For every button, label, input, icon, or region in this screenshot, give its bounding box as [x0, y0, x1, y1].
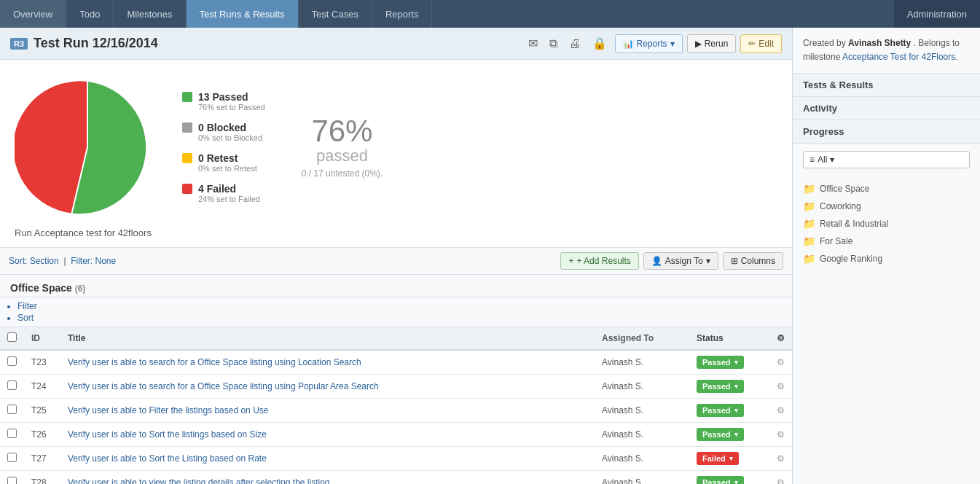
row-title-link-0[interactable]: Verify user is able to search for a Offi…	[68, 357, 361, 367]
passed-sub: 76% set to Passed	[198, 103, 265, 112]
reports-button[interactable]: 📊 Reports ▾	[615, 34, 683, 53]
row-title-link-5[interactable]: Verify user is able to view the listing …	[68, 477, 330, 484]
row-title-4: Verify user is able to Sort the Listing …	[60, 447, 595, 471]
row-title-link-1[interactable]: Verify user is able to search for a Offi…	[68, 381, 379, 391]
sidebar-progress[interactable]: Progress	[793, 120, 980, 144]
table-row: T23 Verify user is able to search for a …	[0, 350, 792, 375]
milestone-link[interactable]: Acceptance Test for 42Floors	[842, 52, 955, 62]
nav-test-cases[interactable]: Test Cases	[299, 0, 372, 28]
nav-reports[interactable]: Reports	[372, 0, 433, 28]
header-status: Status	[689, 327, 769, 350]
passed-word: passed	[302, 147, 383, 165]
folder-google-ranking[interactable]: 📁 Google Ranking	[803, 250, 970, 268]
edit-button[interactable]: ✏ Edit	[740, 34, 782, 53]
window-icon-btn[interactable]: ⧉	[546, 35, 561, 52]
filter-dropdown[interactable]: ≡ All ▾	[803, 151, 970, 168]
status-badge-0[interactable]: Passed ▾	[697, 356, 744, 369]
edit-label: Edit	[758, 39, 774, 49]
status-badge-4[interactable]: Failed ▾	[697, 452, 739, 465]
row-settings-4[interactable]: ⚙	[769, 447, 792, 471]
row-settings-1[interactable]: ⚙	[769, 375, 792, 399]
row-settings-0[interactable]: ⚙	[769, 350, 792, 375]
status-dropdown-arrow: ▾	[734, 407, 738, 414]
header-assigned: Assigned To	[595, 327, 689, 350]
sort-value[interactable]: Section	[30, 256, 59, 266]
row-title-2: Verify user is able to Filter the listin…	[60, 399, 595, 423]
toolbar-right: + + Add Results 👤 Assign To ▾ ⊞ Columns	[560, 252, 783, 270]
row-checkbox-4[interactable]	[7, 453, 17, 462]
status-badge-2[interactable]: Passed ▾	[697, 404, 744, 417]
failed-color	[182, 184, 192, 194]
email-icon-btn[interactable]: ✉	[525, 34, 541, 52]
row-checkbox-2[interactable]	[7, 405, 17, 414]
created-by-text: Created by	[803, 38, 846, 48]
run-badge: R3	[10, 38, 28, 50]
add-results-button[interactable]: + + Add Results	[560, 252, 638, 270]
table-row: T25 Verify user is able to Filter the li…	[0, 399, 792, 423]
row-checkbox-3[interactable]	[7, 429, 17, 438]
sidebar-tests-results[interactable]: Tests & Results	[793, 74, 980, 97]
row-id-5: T28	[24, 471, 60, 485]
row-status-5: Passed ▾	[689, 471, 769, 485]
columns-icon: ⊞	[731, 256, 738, 266]
row-title-link-4[interactable]: Verify user is able to Sort the Listing …	[68, 453, 267, 464]
columns-button[interactable]: ⊞ Columns	[723, 252, 783, 270]
blocked-count-label: 0 Blocked	[198, 122, 262, 133]
print-icon-btn[interactable]: 🖨	[565, 35, 584, 52]
select-all-checkbox[interactable]	[7, 332, 17, 342]
add-results-label: + Add Results	[576, 256, 630, 266]
folder-coworking[interactable]: 📁 Coworking	[803, 198, 970, 215]
row-title-5: Verify user is able to view the listing …	[60, 471, 595, 485]
assign-to-button[interactable]: 👤 Assign To ▾	[643, 252, 718, 270]
test-table: ID Title Assigned To Status ⚙ T23 Verify…	[0, 327, 792, 484]
sidebar-activity[interactable]: Activity	[793, 97, 980, 120]
section-title: Office Space (6)	[10, 282, 85, 294]
filter-value[interactable]: None	[95, 256, 117, 266]
row-status-0: Passed ▾	[689, 350, 769, 375]
row-assigned-2: Avinash S.	[595, 399, 689, 423]
folder-retail-industrial[interactable]: 📁 Retail & Industrial	[803, 215, 970, 233]
folder-label: Office Space	[820, 184, 869, 194]
folder-office-space[interactable]: 📁 Office Space	[803, 180, 970, 198]
folder-icon: 📁	[803, 218, 815, 230]
filter-dropdown-arrow: ▾	[830, 155, 834, 165]
status-badge-5[interactable]: Passed ▾	[697, 476, 744, 484]
row-checkbox-0[interactable]	[7, 356, 17, 366]
row-settings-3[interactable]: ⚙	[769, 423, 792, 447]
nav-overview[interactable]: Overview	[0, 0, 66, 28]
row-id-3: T26	[24, 423, 60, 447]
filter-dropdown-label: All	[818, 155, 827, 165]
failed-sub: 24% set to Failed	[198, 195, 260, 203]
row-title-link-2[interactable]: Verify user is able to Filter the listin…	[68, 405, 268, 415]
pie-chart	[15, 74, 160, 220]
dropdown-arrow-icon: ▾	[670, 39, 675, 49]
row-id-0: T23	[24, 350, 60, 375]
legend-blocked: 0 Blocked 0% set to Blocked	[182, 122, 265, 142]
nav-todo[interactable]: Todo	[66, 0, 114, 28]
nav-test-runs[interactable]: Test Runs & Results	[187, 0, 299, 28]
percent-display: 76% passed 0 / 17 untested (0%).	[302, 116, 383, 179]
lock-icon-btn[interactable]: 🔒	[589, 34, 611, 52]
row-settings-2[interactable]: ⚙	[769, 399, 792, 423]
nav-milestones[interactable]: Milestones	[114, 0, 186, 28]
status-dropdown-arrow: ▾	[734, 383, 738, 390]
sort-filter-info: Sort: Section | Filter: None	[9, 256, 554, 266]
nav-administration[interactable]: Administration	[894, 0, 980, 28]
section-sort-item[interactable]: Sort	[17, 312, 782, 324]
folder-for-sale[interactable]: 📁 For Sale	[803, 233, 970, 250]
blocked-color	[182, 122, 192, 133]
row-id-2: T25	[24, 399, 60, 423]
assign-to-label: Assign To	[665, 256, 703, 266]
filter-list-icon: ≡	[810, 155, 815, 165]
status-badge-3[interactable]: Passed ▾	[697, 428, 744, 441]
status-badge-1[interactable]: Passed ▾	[697, 380, 744, 393]
row-title-link-3[interactable]: Verify user is able to Sort the listings…	[68, 429, 267, 440]
rerun-button[interactable]: ▶ Rerun	[687, 34, 737, 53]
row-settings-5[interactable]: ⚙	[769, 471, 792, 485]
columns-label: Columns	[741, 256, 775, 266]
row-checkbox-cell	[0, 350, 24, 375]
status-dropdown-arrow: ▾	[734, 479, 738, 484]
row-checkbox-5[interactable]	[7, 477, 17, 484]
section-filter-item[interactable]: Filter	[17, 300, 782, 312]
row-checkbox-1[interactable]	[7, 380, 17, 390]
